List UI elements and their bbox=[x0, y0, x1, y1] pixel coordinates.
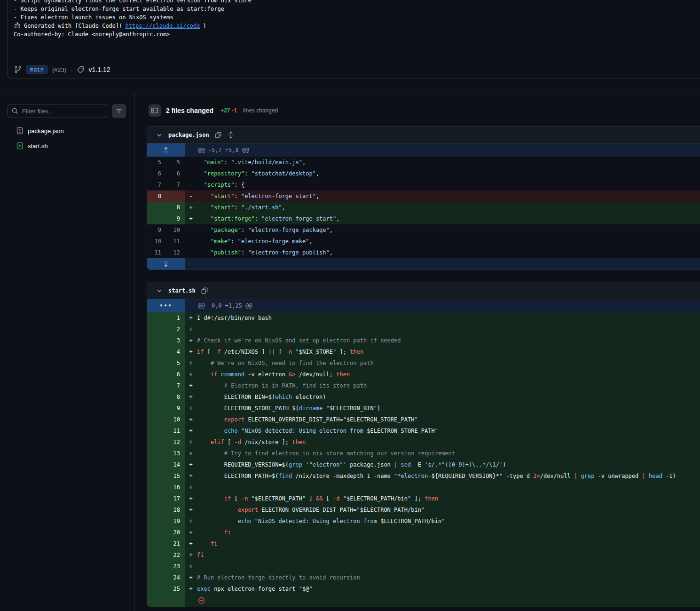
line-gutter: 7 bbox=[147, 380, 185, 391]
new-line-number[interactable]: 2 bbox=[166, 324, 185, 335]
commit-message-line: - Keeps original electron-forge start av… bbox=[14, 5, 252, 13]
old-line-number[interactable] bbox=[147, 436, 166, 448]
new-line-number[interactable]: 3 bbox=[166, 335, 185, 346]
pr-reference[interactable]: (#23) bbox=[52, 66, 66, 73]
claude-code-link[interactable]: https://claude.ai/code bbox=[126, 22, 200, 30]
old-line-number[interactable]: 5 bbox=[147, 157, 166, 168]
code-text: "scripts": { bbox=[197, 179, 700, 190]
old-line-number[interactable] bbox=[147, 403, 166, 414]
new-line-number[interactable]: 6 bbox=[166, 369, 185, 380]
filter-files-input[interactable] bbox=[8, 104, 107, 118]
old-line-number[interactable] bbox=[147, 380, 166, 391]
new-line-number[interactable]: 9 bbox=[166, 403, 185, 414]
old-line-number[interactable]: 9 bbox=[147, 224, 166, 236]
new-line-number[interactable]: 25 bbox=[166, 583, 185, 595]
old-line-number[interactable] bbox=[147, 335, 166, 346]
new-line-number[interactable]: 14 bbox=[166, 459, 185, 470]
new-line-number[interactable]: 23 bbox=[166, 561, 185, 572]
diff-sign: + bbox=[185, 391, 197, 403]
diff-file-name[interactable]: start.sh bbox=[168, 287, 196, 294]
diff-line: 5+ # We're on NixOS, need to find the el… bbox=[147, 357, 700, 369]
old-line-number[interactable] bbox=[147, 346, 166, 357]
new-line-number[interactable]: 9 bbox=[166, 213, 185, 224]
unfold-button[interactable] bbox=[227, 131, 235, 139]
new-line-number[interactable]: 10 bbox=[166, 414, 185, 425]
new-line-number[interactable]: 12 bbox=[166, 247, 185, 258]
new-line-number[interactable]: 17 bbox=[166, 493, 185, 504]
collapse-file-button[interactable] bbox=[156, 131, 163, 139]
diff-file-name[interactable]: package.json bbox=[168, 132, 209, 138]
new-line-number[interactable]: 8 bbox=[166, 202, 185, 213]
new-line-number[interactable]: 24 bbox=[166, 572, 185, 583]
collapse-file-button[interactable] bbox=[156, 287, 163, 294]
diff-sign: + bbox=[185, 448, 197, 459]
diff-line: 10+ export ELECTRON_OVERRIDE_DIST_PATH="… bbox=[147, 414, 700, 425]
code-text: # We're on NixOS, need to find the elect… bbox=[197, 357, 700, 369]
old-line-number[interactable] bbox=[147, 527, 166, 538]
old-line-number[interactable] bbox=[147, 369, 166, 380]
file-tree-item-start.sh[interactable]: start.sh bbox=[0, 138, 134, 153]
line-gutter: 2 bbox=[147, 324, 185, 335]
new-line-number[interactable]: 6 bbox=[166, 168, 185, 179]
old-line-number[interactable] bbox=[147, 482, 166, 493]
old-line-number[interactable] bbox=[147, 538, 166, 549]
old-line-number[interactable] bbox=[147, 504, 166, 516]
new-line-number[interactable]: 8 bbox=[166, 391, 185, 403]
unfold-icon bbox=[227, 131, 235, 139]
old-line-number[interactable]: 10 bbox=[147, 236, 166, 247]
old-line-number[interactable] bbox=[147, 312, 166, 324]
old-line-number[interactable] bbox=[147, 414, 166, 425]
diff-line: 24+# Run electron-forge directly to avoi… bbox=[147, 572, 700, 583]
new-line-number[interactable] bbox=[166, 190, 185, 202]
old-line-number[interactable] bbox=[147, 425, 166, 436]
old-line-number[interactable] bbox=[147, 202, 166, 213]
old-line-number[interactable] bbox=[147, 448, 166, 459]
old-line-number[interactable] bbox=[147, 391, 166, 403]
old-line-number[interactable] bbox=[147, 357, 166, 369]
old-line-number[interactable] bbox=[147, 516, 166, 527]
expand-hunk-button[interactable]: ••• bbox=[147, 299, 185, 312]
old-line-number[interactable] bbox=[147, 459, 166, 470]
old-line-number[interactable] bbox=[147, 324, 166, 335]
old-line-number[interactable] bbox=[147, 493, 166, 504]
new-line-number[interactable]: 21 bbox=[166, 538, 185, 549]
new-line-number[interactable]: 22 bbox=[166, 549, 185, 561]
new-line-number[interactable]: 5 bbox=[166, 357, 185, 369]
expand-down-button[interactable] bbox=[147, 258, 185, 270]
new-line-number[interactable]: 16 bbox=[166, 482, 185, 493]
new-line-number[interactable]: 4 bbox=[166, 346, 185, 357]
old-line-number[interactable]: 7 bbox=[147, 179, 166, 190]
new-line-number[interactable]: 19 bbox=[166, 516, 185, 527]
file-filter-button[interactable] bbox=[112, 104, 126, 118]
old-line-number[interactable] bbox=[147, 572, 166, 583]
new-line-number[interactable]: 20 bbox=[166, 527, 185, 538]
old-line-number[interactable]: 8 bbox=[147, 190, 166, 202]
old-line-number[interactable] bbox=[147, 470, 166, 482]
diff-line: 4+if [ -f /etc/NIXOS ] || [ -n "$NIX_STO… bbox=[147, 346, 700, 357]
new-line-number[interactable]: 7 bbox=[166, 179, 185, 190]
old-line-number[interactable] bbox=[147, 213, 166, 224]
new-line-number[interactable]: 13 bbox=[166, 448, 185, 459]
old-line-number[interactable] bbox=[147, 549, 166, 561]
new-line-number[interactable]: 1 bbox=[166, 312, 185, 324]
new-line-number[interactable]: 11 bbox=[166, 236, 185, 247]
copy-button[interactable] bbox=[214, 131, 222, 139]
copy-button[interactable] bbox=[201, 287, 208, 294]
new-line-number[interactable]: 5 bbox=[166, 157, 185, 168]
new-line-number[interactable]: 11 bbox=[166, 425, 185, 436]
code-text: fi bbox=[197, 538, 700, 549]
expand-hunk-button[interactable] bbox=[147, 143, 185, 157]
new-line-number[interactable]: 15 bbox=[166, 470, 185, 482]
file-tree-item-package.json[interactable]: package.json bbox=[0, 123, 134, 138]
branch-badge[interactable]: main bbox=[26, 65, 48, 74]
new-line-number[interactable]: 7 bbox=[166, 380, 185, 391]
old-line-number[interactable] bbox=[147, 561, 166, 572]
old-line-number[interactable] bbox=[147, 583, 166, 595]
old-line-number[interactable]: 11 bbox=[147, 247, 166, 258]
new-line-number[interactable]: 18 bbox=[166, 504, 185, 516]
old-line-number[interactable]: 6 bbox=[147, 168, 166, 179]
new-line-number[interactable]: 10 bbox=[166, 224, 185, 236]
sidebar-toggle-button[interactable] bbox=[149, 104, 161, 117]
line-gutter: 4 bbox=[147, 346, 185, 357]
new-line-number[interactable]: 12 bbox=[166, 436, 185, 448]
